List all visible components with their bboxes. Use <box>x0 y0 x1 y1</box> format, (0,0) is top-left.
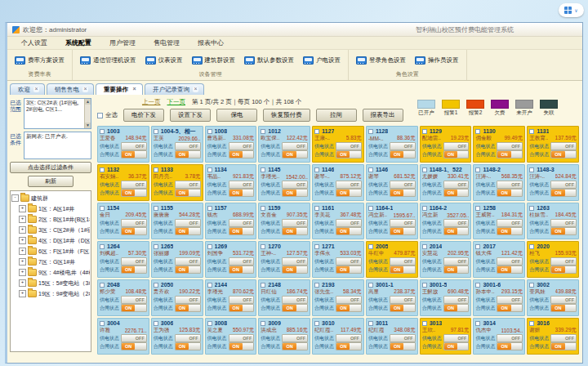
switch-status-toggle[interactable]: ON <box>121 189 147 197</box>
card-checkbox[interactable] <box>529 321 534 326</box>
close-icon[interactable]: × <box>131 87 137 92</box>
card-checkbox[interactable] <box>475 129 480 134</box>
switch-status-toggle[interactable]: ON <box>336 266 362 274</box>
ribbon-button[interactable]: 操作员设置 <box>415 56 459 65</box>
ribbon-button[interactable]: 默认参数设置 <box>244 56 294 65</box>
card-checkbox[interactable] <box>100 283 105 288</box>
card-checkbox[interactable] <box>100 167 105 172</box>
supply-status-toggle[interactable]: OFF <box>282 334 308 342</box>
supply-status-toggle[interactable]: OFF <box>121 257 147 266</box>
card-checkbox[interactable] <box>314 283 319 288</box>
switch-status-toggle[interactable]: ON <box>497 189 523 197</box>
switch-status-toggle[interactable]: ON <box>443 150 470 158</box>
supply-status-toggle[interactable]: OFF <box>550 257 577 266</box>
card-checkbox[interactable] <box>314 167 319 172</box>
ribbon-button[interactable]: 登录角色设置 <box>356 56 406 65</box>
supply-status-toggle[interactable]: OFF <box>336 296 362 304</box>
card-checkbox[interactable] <box>314 206 319 211</box>
card-checkbox[interactable] <box>261 206 265 211</box>
card-checkbox[interactable] <box>261 129 265 134</box>
supply-status-toggle[interactable]: OFF <box>229 334 255 342</box>
action-button[interactable]: 恢复预付费 <box>263 109 310 122</box>
select-all-checkbox[interactable] <box>97 113 103 118</box>
supply-status-toggle[interactable]: OFF <box>443 219 470 227</box>
switch-status-toggle[interactable]: ON <box>175 150 201 158</box>
supply-status-toggle[interactable]: OFF <box>175 334 201 342</box>
switch-status-toggle[interactable]: ON <box>336 342 362 350</box>
supply-status-toggle[interactable]: OFF <box>229 219 255 227</box>
card-checkbox[interactable] <box>368 244 373 249</box>
expand-icon[interactable]: + <box>19 226 26 234</box>
ribbon-button[interactable]: 费率方案设置 <box>15 56 65 65</box>
card-checkbox[interactable] <box>529 283 534 288</box>
card-checkbox[interactable] <box>368 129 373 134</box>
card-checkbox[interactable] <box>261 321 265 326</box>
card-checkbox[interactable] <box>207 206 212 211</box>
expand-icon[interactable]: - <box>11 194 19 202</box>
card-checkbox[interactable] <box>475 321 480 326</box>
selected-condition-box[interactable]: 新网表: 已开户表. <box>24 132 91 159</box>
menu-item[interactable]: 用户管理 <box>100 38 145 48</box>
switch-status-toggle[interactable]: ON <box>121 342 147 350</box>
card-checkbox[interactable] <box>261 283 265 288</box>
card-checkbox[interactable] <box>261 244 265 249</box>
card-checkbox[interactable] <box>207 283 212 288</box>
card-checkbox[interactable] <box>529 206 534 211</box>
card-checkbox[interactable] <box>529 129 534 134</box>
card-checkbox[interactable] <box>207 244 212 249</box>
supply-status-toggle[interactable]: OFF <box>336 219 362 227</box>
next-page-link[interactable]: 下一页 <box>167 98 186 106</box>
supply-status-toggle[interactable]: OFF <box>282 296 308 304</box>
switch-status-toggle[interactable]: ON <box>390 342 416 350</box>
action-button[interactable]: 保电 <box>216 109 257 122</box>
card-checkbox[interactable] <box>422 283 427 288</box>
switch-status-toggle[interactable]: ON <box>497 150 523 158</box>
supply-status-toggle[interactable]: OFF <box>390 181 416 189</box>
supply-status-toggle[interactable]: OFF <box>443 142 470 150</box>
close-icon[interactable]: × <box>82 87 88 92</box>
card-checkbox[interactable] <box>100 321 105 326</box>
switch-status-toggle[interactable]: ON <box>121 227 147 235</box>
supply-status-toggle[interactable]: OFF <box>336 142 362 150</box>
switch-status-toggle[interactable]: ON <box>282 342 308 350</box>
card-checkbox[interactable] <box>207 321 212 326</box>
menu-item[interactable]: 售电管理 <box>145 38 189 48</box>
card-checkbox[interactable] <box>154 129 158 134</box>
tree-item[interactable]: +7区：G区1#井 <box>19 257 90 267</box>
card-checkbox[interactable] <box>422 206 427 211</box>
switch-status-toggle[interactable]: ON <box>336 189 362 197</box>
supply-status-toggle[interactable]: OFF <box>121 142 147 150</box>
switch-status-toggle[interactable]: ON <box>121 266 147 274</box>
switch-status-toggle[interactable]: ON <box>229 189 255 197</box>
supply-status-toggle[interactable]: OFF <box>175 296 201 304</box>
supply-status-toggle[interactable]: OFF <box>121 334 147 342</box>
supply-status-toggle[interactable]: OFF <box>175 257 201 266</box>
supply-status-toggle[interactable]: OFF <box>497 296 523 304</box>
switch-status-toggle[interactable]: ON <box>390 150 416 158</box>
switch-status-toggle[interactable]: ON <box>443 342 470 350</box>
switch-status-toggle[interactable]: ON <box>229 227 255 235</box>
supply-status-toggle[interactable]: OFF <box>282 181 308 189</box>
supply-status-toggle[interactable]: OFF <box>443 181 470 189</box>
switch-status-toggle[interactable]: ON <box>390 189 416 197</box>
card-checkbox[interactable] <box>100 244 105 249</box>
card-checkbox[interactable] <box>154 167 158 172</box>
card-checkbox[interactable] <box>368 321 373 326</box>
supply-status-toggle[interactable]: OFF <box>336 257 362 266</box>
switch-status-toggle[interactable]: ON <box>390 227 416 235</box>
switch-status-toggle[interactable]: ON <box>550 150 577 158</box>
switch-status-toggle[interactable]: ON <box>443 266 470 274</box>
switch-status-toggle[interactable]: ON <box>121 150 147 158</box>
switch-status-toggle[interactable]: ON <box>497 266 523 274</box>
switch-status-toggle[interactable]: ON <box>497 304 523 312</box>
card-checkbox[interactable] <box>422 321 427 326</box>
scroll-down-icon[interactable]: ▼ <box>85 123 91 128</box>
supply-status-toggle[interactable]: OFF <box>443 257 470 266</box>
card-checkbox[interactable] <box>529 167 534 172</box>
supply-status-toggle[interactable]: OFF <box>121 181 147 189</box>
switch-status-toggle[interactable]: ON <box>550 342 577 350</box>
supply-status-toggle[interactable]: OFF <box>390 334 416 342</box>
switch-status-toggle[interactable]: ON <box>550 227 577 235</box>
expand-icon[interactable]: + <box>19 258 26 266</box>
expand-icon[interactable]: + <box>19 290 26 297</box>
